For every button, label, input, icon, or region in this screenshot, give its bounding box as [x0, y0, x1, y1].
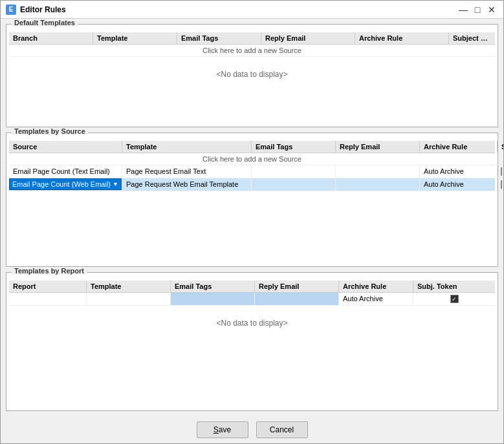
source-row1-archive-rule: Auto Archive — [420, 165, 498, 178]
report-row1-template — [87, 293, 171, 305]
dropdown-arrow-icon: ▼ — [113, 181, 118, 187]
main-content: Default Templates Branch Template Email … — [1, 19, 503, 416]
source-add-row[interactable]: Click here to add a new Source — [9, 153, 495, 165]
report-col-report: Report — [9, 280, 87, 292]
source-row2-subject-token — [498, 178, 503, 191]
source-row1-reply-email — [336, 165, 420, 178]
save-button[interactable]: Save — [197, 421, 248, 438]
title-bar-left: E Editor Rules — [6, 5, 66, 15]
report-col-subject-token: Subj. Token — [413, 280, 495, 292]
source-col-email-tags: Email Tags — [252, 141, 336, 153]
templates-by-report-section: Templates by Report Report Template Emai… — [6, 272, 498, 411]
title-bar: E Editor Rules — □ ✕ — [1, 1, 503, 19]
title-bar-controls: — □ ✕ — [457, 3, 498, 16]
report-no-data: <No data to display> — [9, 306, 495, 341]
cancel-button[interactable]: Cancel — [256, 421, 308, 438]
default-templates-header: Branch Template Email Tags Reply Email A… — [9, 32, 495, 45]
col-archive-rule: Archive Rule — [355, 32, 449, 44]
source-row1-checkbox[interactable] — [501, 167, 502, 176]
main-window: E Editor Rules — □ ✕ Default Templates B… — [0, 0, 504, 444]
source-col-reply-email: Reply Email — [336, 141, 420, 153]
close-button[interactable]: ✕ — [485, 3, 498, 16]
minimize-button[interactable]: — — [457, 3, 470, 16]
source-col-archive-rule: Archive Rule — [420, 141, 498, 153]
window-title: Editor Rules — [20, 5, 66, 14]
source-row1-source: Email Page Count (Text Email) — [9, 165, 122, 178]
save-label: Save — [214, 425, 231, 434]
report-row1-reply-email[interactable] — [255, 293, 339, 305]
source-row2-email-tags — [252, 178, 336, 191]
report-col-archive-rule: Archive Rule — [339, 280, 413, 292]
col-reply-email: Reply Email — [261, 32, 355, 44]
templates-by-report-label: Templates by Report — [12, 267, 87, 275]
report-col-template: Template — [87, 280, 171, 292]
col-subject-token: Subject Token — [449, 32, 495, 44]
app-icon: E — [6, 5, 16, 15]
default-templates-section: Default Templates Branch Template Email … — [6, 24, 498, 127]
col-branch: Branch — [9, 32, 93, 44]
source-header: Source Template Email Tags Reply Email A… — [9, 141, 495, 153]
source-row1-subject-token — [498, 165, 503, 178]
default-templates-label: Default Templates — [12, 19, 78, 26]
source-row1-email-tags — [252, 165, 336, 178]
source-row1-template: Page Request Email Text — [122, 165, 252, 178]
source-row2-checkbox[interactable] — [501, 180, 502, 189]
templates-by-source-section: Templates by Source Source Template Emai… — [6, 132, 498, 267]
col-email-tags: Email Tags — [177, 32, 261, 44]
source-col-template: Template — [122, 141, 252, 153]
source-row2-archive-rule: Auto Archive — [420, 178, 498, 191]
report-row1-report — [9, 293, 87, 305]
source-row-2: Email Page Count (Web Email) ▼ Email Pag… — [9, 178, 495, 191]
report-col-email-tags: Email Tags — [171, 280, 255, 292]
report-header: Report Template Email Tags Reply Email A… — [9, 280, 495, 293]
report-row1-checkbox[interactable] — [450, 295, 459, 303]
source-col-subject-token: Subject Token — [498, 141, 503, 153]
report-row1-subject-token — [413, 293, 495, 305]
report-row1-archive-rule: Auto Archive — [339, 293, 413, 305]
default-add-source-row[interactable]: Click here to add a new Source — [9, 45, 495, 57]
maximize-button[interactable]: □ — [471, 3, 484, 16]
default-no-data: <No data to display> — [9, 57, 495, 92]
source-row-1: Email Page Count (Text Email) Page Reque… — [9, 165, 495, 178]
source-row2-reply-email — [336, 178, 420, 191]
col-template: Template — [93, 32, 177, 44]
source-col-source: Source — [9, 141, 122, 153]
source-row2-template: Page Request Web Email Template — [122, 178, 252, 191]
dropdown-selected-text: Email Page Count (Web Email) — [12, 180, 111, 188]
cancel-label: Cancel — [270, 425, 294, 434]
footer: Save Cancel — [1, 416, 503, 443]
report-row1-email-tags[interactable] — [171, 293, 255, 305]
report-col-reply-email: Reply Email — [255, 280, 339, 292]
source-row2-source[interactable]: Email Page Count (Web Email) ▼ Email Pag… — [9, 178, 122, 191]
report-row-1: Auto Archive — [9, 293, 495, 306]
source-dropdown-trigger[interactable]: Email Page Count (Web Email) ▼ — [9, 178, 122, 190]
